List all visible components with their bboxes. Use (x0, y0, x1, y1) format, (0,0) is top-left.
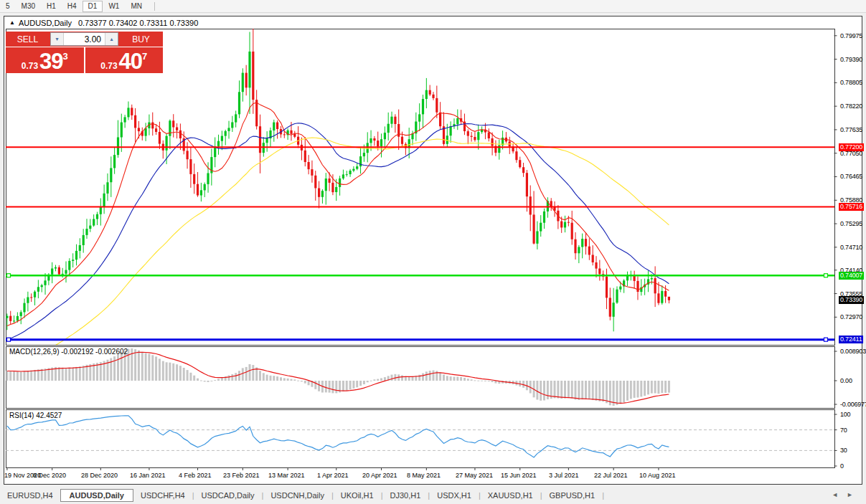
date-tick-label: 4 Feb 2021 (179, 472, 212, 479)
rsi-axis-30: 30 (840, 447, 847, 454)
macd-signal-line (7, 352, 669, 403)
tab-usdcnh-daily[interactable]: USDCNH,Daily (263, 489, 331, 502)
tab-scroll-arrows[interactable]: ◄► (832, 491, 862, 498)
price-label-box-0.72411: 0.72411 (839, 336, 863, 343)
date-tick-label: 1 Apr 2021 (317, 472, 349, 479)
macd-axis-0.008903: 0.008903 (840, 348, 866, 355)
tab-dj30-h1[interactable]: DJ30,H1 (383, 489, 428, 502)
date-tick-label: 10 Aug 2021 (639, 472, 676, 479)
price-label-box-0.77200: 0.77200 (839, 143, 864, 151)
date-tick-label: 22 Jul 2021 (594, 472, 628, 479)
volume-input[interactable]: 3.00 (64, 33, 105, 45)
date-tick-label: 13 Mar 2021 (268, 472, 305, 479)
buy-price-big-digits: 40 (119, 52, 142, 70)
tab-ukoil-h1[interactable]: UKOil,H1 (334, 489, 381, 502)
tab-eurusd-h4[interactable]: EURUSD,H4 (0, 489, 60, 502)
date-tick-label: 16 Jan 2021 (130, 472, 166, 479)
tab-audusd-daily[interactable]: AUDUSD,Daily (60, 489, 133, 502)
tab-gbpusd-h1[interactable]: GBPUSD,H1 (542, 489, 603, 502)
chart-symbol-title: AUDUSD,Daily (19, 19, 72, 27)
buy-price[interactable]: 0.73 40 7 (85, 47, 164, 73)
tab-xauusd-h1[interactable]: XAUUSD,H1 (481, 489, 540, 502)
rsi-indicator-label: RSI(14) 42.4527 (9, 412, 62, 419)
price-label-box-0.74007: 0.74007 (839, 272, 864, 280)
tf-button-M30[interactable]: M30 (16, 1, 41, 12)
price-tick-0.79390: 0.79390 (840, 56, 862, 63)
tf-button-5[interactable]: 5 (0, 1, 16, 12)
sell-button[interactable]: SELL (6, 32, 50, 47)
tf-button-W1[interactable]: W1 (103, 1, 125, 12)
tf-button-H4[interactable]: H4 (62, 1, 83, 12)
buy-price-prefix: 0.73 (100, 62, 117, 70)
rsi-line (7, 416, 669, 457)
tf-button-MN[interactable]: MN (125, 1, 148, 12)
chart-window: ▲ AUDUSD,Daily 0.73377 0.73402 0.73311 0… (4, 16, 862, 485)
price-label-box-0.73390: 0.73390 (839, 296, 864, 304)
sell-price-pip-fraction: 3 (63, 51, 68, 62)
tf-button-H1[interactable]: H1 (41, 1, 62, 12)
volume-decrease-button[interactable]: ▾ (51, 33, 64, 45)
volume-increase-button[interactable]: ▴ (105, 33, 118, 45)
date-axis: 19 Nov 20208 Dec 202028 Dec 202016 Jan 2… (4, 470, 835, 480)
tab-separator: | (602, 491, 604, 500)
date-tick-label: 15 Jun 2021 (501, 472, 537, 479)
macd-axis--0.006977: -0.006977 (840, 401, 866, 408)
buy-button[interactable]: BUY (119, 32, 163, 47)
rsi-axis-70: 70 (840, 427, 847, 434)
date-tick-label: 8 May 2021 (407, 472, 441, 479)
price-tick-0.78805: 0.78805 (840, 79, 862, 86)
chart-tab-bar: EURUSD,H4AUDUSD,DailyUSDCHF,H4|USDCAD,Da… (0, 486, 866, 504)
date-tick-label: 28 Dec 2020 (81, 472, 118, 479)
buy-price-pip-fraction: 7 (142, 51, 147, 62)
price-chart-svg[interactable] (4, 29, 862, 483)
macd-histogram (6, 348, 670, 406)
price-tick-0.78220: 0.78220 (840, 103, 862, 110)
date-tick-label: 27 May 2021 (456, 472, 493, 479)
one-click-trading-panel: SELL ▾ 3.00 ▴ BUY 0.73 39 3 0.73 40 7 (6, 32, 163, 73)
toolbar-separator (154, 2, 155, 11)
pane-frames (6, 29, 835, 468)
tab-usdcad-daily[interactable]: USDCAD,Daily (194, 489, 262, 502)
hline-0.74007[interactable] (6, 274, 834, 277)
price-tick-0.76465: 0.76465 (840, 173, 862, 180)
price-tick-0.79975: 0.79975 (840, 32, 862, 39)
date-tick-label: 20 Apr 2021 (362, 472, 397, 479)
tab-usdx-h1[interactable]: USDX,H1 (430, 489, 479, 502)
rsi-axis-0: 0 (840, 462, 844, 470)
sell-price-prefix: 0.73 (22, 62, 38, 70)
sell-price-big-digits: 39 (39, 52, 62, 70)
date-tick-label: 3 Jul 2021 (549, 472, 579, 479)
timeframe-toolbar: 5M30H1H4D1W1MN (0, 0, 866, 13)
chart-title-bar: ▲ AUDUSD,Daily 0.73377 0.73402 0.73311 0… (4, 16, 862, 29)
hline-0.72411[interactable] (6, 338, 834, 341)
macd-indicator-label: MACD(12,26,9) -0.002192 -0.002602 (9, 348, 128, 356)
tab-usdchf-h4[interactable]: USDCHF,H4 (133, 489, 192, 502)
chart-ohlc-quotes: 0.73377 0.73402 0.73311 0.73390 (78, 19, 198, 27)
volume-spinner: ▾ 3.00 ▴ (50, 32, 118, 46)
rsi-axis-100: 100 (840, 411, 850, 418)
sma-10-line (7, 103, 669, 325)
date-tick-label: 8 Dec 2020 (33, 472, 66, 479)
macd-axis-0.00: 0.00 (840, 377, 852, 384)
price-axis: 0.799750.793900.788050.782200.776350.770… (836, 29, 866, 483)
price-tick-0.77635: 0.77635 (840, 126, 862, 133)
tf-button-D1[interactable]: D1 (83, 1, 103, 12)
candles-layer[interactable] (6, 29, 670, 331)
collapse-triangle-icon[interactable]: ▲ (9, 19, 15, 26)
price-label-box-0.75716: 0.75716 (839, 203, 864, 211)
sell-price[interactable]: 0.73 39 3 (6, 47, 85, 73)
date-tick-label: 23 Feb 2021 (223, 472, 260, 479)
price-tick-0.72970: 0.72970 (840, 313, 862, 320)
price-tick-0.74710: 0.74710 (840, 244, 862, 251)
price-tick-0.75295: 0.75295 (840, 220, 862, 227)
